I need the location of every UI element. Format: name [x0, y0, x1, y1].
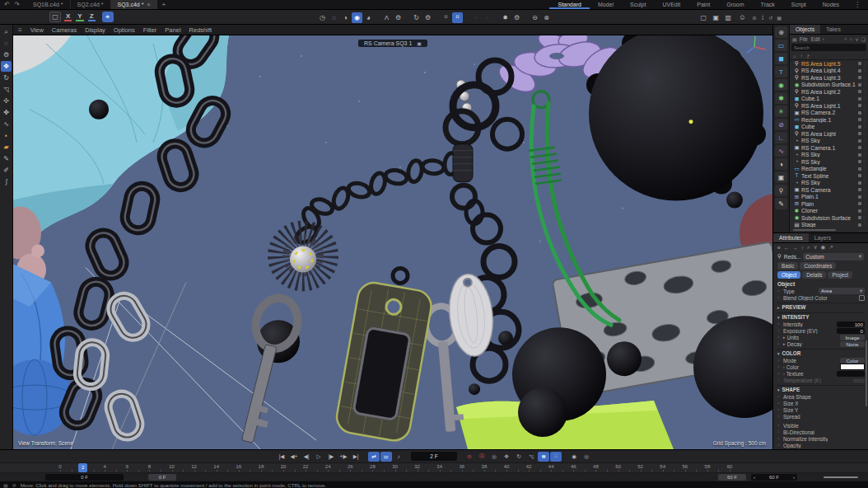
layout-window-icon[interactable]: ▢ — [698, 12, 709, 23]
visibility-toggle[interactable] — [858, 118, 861, 121]
record-position-toggle[interactable]: ✥ — [501, 452, 512, 462]
object-row[interactable]: ◉Subdivision Surface.1⁚ — [791, 82, 868, 89]
subdivision-surface-icon[interactable]: ◉ — [775, 79, 787, 91]
search-icon[interactable]: ⌕ — [807, 244, 810, 251]
attribute-row[interactable]: ○ModeColor — [777, 357, 865, 364]
lock-icon[interactable]: ◉ — [820, 244, 825, 251]
layout-icon[interactable]: ❏ — [861, 36, 866, 42]
solo-object-button[interactable]: ◎ — [581, 452, 592, 462]
keyframe-dot[interactable]: ○ — [777, 359, 782, 363]
layer-dots[interactable]: ⁚ — [864, 110, 868, 115]
viewport-menu-redshift[interactable]: Redshift — [189, 26, 212, 34]
range-start-label[interactable]: 0 F — [148, 474, 176, 481]
panel-tab-layers[interactable]: Layers — [809, 233, 837, 242]
attribute-row[interactable]: ○Temperature (K)6500 — [777, 377, 865, 383]
objects-menu-icon[interactable]: ▤ — [792, 36, 797, 42]
camera-label[interactable]: RS Camera SQ3 1 ▣ — [358, 40, 427, 47]
status-menu-icon[interactable]: ▤ — [3, 482, 8, 488]
keyframe-dot[interactable]: ○ — [777, 378, 782, 382]
visibility-toggle[interactable] — [858, 97, 861, 101]
dim-circle-icon[interactable]: ◦ — [470, 12, 481, 23]
axis-lock-button[interactable]: ⌖ — [102, 12, 114, 22]
burst-gear-icon[interactable]: ⚙ — [511, 12, 522, 23]
panel-tab-takes[interactable]: Takes — [820, 25, 847, 34]
axis-modifier-icon[interactable]: ∟ — [775, 132, 787, 143]
current-frame-field[interactable]: 2 F — [411, 452, 457, 461]
sketch-tool[interactable]: ✐ — [1, 165, 12, 176]
layer-dots[interactable]: ⁚ — [864, 195, 868, 199]
visibility-toggle[interactable] — [858, 76, 861, 79]
viewport-menu-panel[interactable]: Panel — [165, 26, 180, 34]
home-icon[interactable]: ⌂ — [850, 36, 853, 42]
object-row[interactable]: ▣RS Camera⁚ — [791, 186, 868, 194]
visibility-toggle[interactable] — [858, 202, 861, 205]
object-row[interactable]: ⚲RS Area Light.3⁚ — [791, 74, 868, 82]
attribute-row[interactable]: ○Size Y — [777, 406, 865, 413]
objects-menu-file[interactable]: File — [800, 36, 808, 42]
axis-z-button[interactable]: Z — [88, 12, 96, 21]
camera-icon[interactable]: ▣ — [417, 40, 422, 46]
keyframe-dot[interactable]: ○ — [777, 395, 782, 399]
object-row[interactable]: ◔RS Sky⁚ — [791, 180, 868, 187]
range-start-field[interactable]: 0 F — [45, 474, 124, 481]
attribute-row[interactable]: ○Visible — [777, 422, 865, 429]
keyframe-dot[interactable]: ○ — [777, 401, 782, 406]
edge-mode[interactable]: ▰ — [1, 142, 12, 152]
undo-icon[interactable]: ↶ — [3, 1, 11, 8]
timeline-playhead[interactable]: 2 — [78, 463, 87, 472]
add-tab-button[interactable]: + — [162, 1, 166, 8]
goto-end-button[interactable]: ▶| — [350, 452, 362, 462]
character-icon[interactable]: Λ — [381, 12, 392, 23]
viewport-menu-options[interactable]: Options — [114, 26, 135, 34]
vertical-scrollbar[interactable] — [866, 340, 867, 406]
forward-icon[interactable]: → — [792, 245, 798, 251]
layout-mode-paint[interactable]: Paint — [688, 0, 718, 9]
cube-primitive-icon[interactable]: ◼ — [775, 53, 787, 64]
filter-icon[interactable]: ⋎ — [814, 244, 818, 251]
viewport-menu-view[interactable]: View — [30, 26, 44, 34]
spline-tool[interactable]: ∫ — [1, 176, 12, 187]
attribute-row[interactable]: ○Opacity — [777, 442, 865, 448]
attribute-field[interactable] — [837, 371, 865, 377]
attribute-row[interactable]: ○Exposure (EV)0 — [777, 327, 865, 334]
object-row[interactable]: ✱Cloner⁚ — [791, 208, 868, 215]
range-end-label[interactable]: 60 F — [718, 474, 746, 481]
object-row[interactable]: ▭Rectangle.1⁚ — [791, 116, 868, 124]
autokey-button[interactable]: Ⓐ — [476, 452, 488, 462]
object-row[interactable]: ◼Cube⁚ — [791, 124, 868, 131]
visibility-toggle[interactable] — [858, 104, 861, 107]
loop-toggle[interactable]: ⇄ — [368, 452, 380, 462]
layer-dots[interactable]: ⁚ — [864, 132, 868, 136]
keyframe-dot[interactable]: ○ — [777, 437, 782, 441]
viewport-menu-filter[interactable]: Filter — [143, 26, 157, 34]
attribute-field[interactable]: 0 — [837, 328, 865, 334]
visibility-toggle[interactable] — [858, 209, 861, 213]
camera-icon[interactable]: ▣ — [775, 171, 787, 183]
download-icon[interactable]: ↧ — [759, 15, 766, 21]
minus-circle-icon[interactable]: ⊖ — [530, 12, 540, 23]
object-row[interactable]: TText Spline⁚ — [791, 172, 868, 180]
prev-frame-button[interactable]: ◀| — [301, 452, 312, 462]
visibility-toggle[interactable] — [858, 153, 861, 157]
record-pla-toggle[interactable]: ⁙ — [550, 452, 562, 462]
keyframe-dot[interactable]: ○ — [777, 372, 782, 376]
attribute-row[interactable]: ○TypeArea▾ — [777, 288, 865, 294]
keyframe-dot[interactable]: ○ — [777, 342, 782, 346]
visibility-toggle[interactable] — [858, 90, 861, 93]
layer-dots[interactable]: ⁚ — [864, 174, 868, 178]
object-row[interactable]: ⚲RS Area Light⁚ — [791, 130, 868, 138]
history-icon[interactable]: ↺ — [768, 15, 774, 21]
object-row[interactable]: ⚲RS Area Light.1⁚ — [791, 102, 868, 110]
deformer-icon[interactable]: ∿ — [775, 145, 787, 157]
transform-tool-icon[interactable]: ⊕ — [775, 26, 787, 38]
layout-mode-groom[interactable]: Groom — [718, 0, 752, 9]
layer-dots[interactable]: ⁚ — [864, 68, 868, 73]
visibility-toggle[interactable] — [858, 216, 861, 219]
burst-icon[interactable]: ✸ — [500, 12, 511, 23]
attribute-field[interactable]: 100 — [837, 321, 865, 327]
point-mode[interactable]: ▪ — [1, 130, 12, 141]
object-row[interactable]: ▣RS Camera.2⁚ — [791, 110, 868, 117]
layout-mode-standard[interactable]: Standard — [549, 0, 589, 9]
keyframe-dot[interactable]: ○ — [777, 415, 782, 419]
objects-menu-edit[interactable]: Edit — [811, 36, 820, 42]
